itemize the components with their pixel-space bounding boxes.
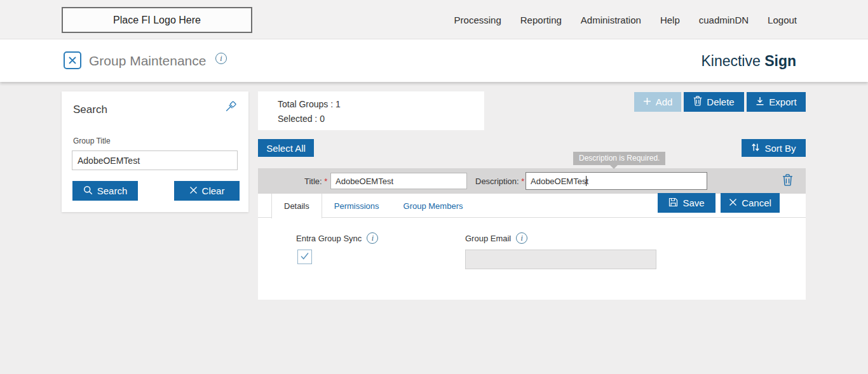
search-panel-title: Search bbox=[73, 104, 107, 116]
page: Place FI Logo Here Processing Reporting … bbox=[0, 0, 868, 374]
group-maintenance-icon bbox=[64, 51, 81, 69]
cancel-x-icon bbox=[729, 197, 737, 208]
text-caret bbox=[586, 176, 587, 186]
download-icon bbox=[756, 97, 764, 107]
group-detail-panel: Details Permissions Group Members Save C… bbox=[258, 194, 806, 300]
select-all-button[interactable]: Select All bbox=[258, 139, 314, 157]
nav-user-cuadmindn[interactable]: cuadminDN bbox=[699, 15, 749, 25]
nav-administration[interactable]: Administration bbox=[581, 15, 641, 25]
trash-icon bbox=[693, 96, 702, 108]
tab-group-members[interactable]: Group Members bbox=[391, 194, 475, 218]
plus-icon bbox=[643, 97, 651, 107]
title-input[interactable] bbox=[330, 173, 467, 189]
search-button[interactable]: Search bbox=[72, 181, 138, 201]
save-button[interactable]: Save bbox=[658, 193, 715, 213]
search-icon bbox=[83, 185, 93, 197]
add-button[interactable]: Add bbox=[634, 92, 681, 112]
nav-reporting[interactable]: Reporting bbox=[520, 15, 562, 25]
validation-tooltip: Description is Required. bbox=[573, 152, 665, 165]
description-input-wrap bbox=[526, 172, 707, 190]
fi-logo-placeholder[interactable]: Place FI Logo Here bbox=[62, 7, 252, 33]
save-button-label: Save bbox=[682, 197, 704, 208]
tab-details[interactable]: Details bbox=[271, 194, 322, 218]
group-email-info-icon[interactable]: i bbox=[516, 232, 527, 244]
save-floppy-icon bbox=[668, 197, 678, 209]
summary-box: Total Groups : 1 Selected : 0 bbox=[258, 91, 484, 130]
group-title-input[interactable] bbox=[72, 150, 238, 170]
search-panel: Search Group Title Search C bbox=[62, 91, 248, 212]
group-email-input[interactable] bbox=[465, 250, 656, 269]
entra-group-sync-label: Entra Group Sync i bbox=[296, 232, 378, 244]
nav-help[interactable]: Help bbox=[660, 15, 680, 25]
top-nav: Processing Reporting Administration Help… bbox=[454, 0, 797, 39]
sort-by-label: Sort By bbox=[764, 143, 796, 154]
nav-logout[interactable]: Logout bbox=[768, 15, 797, 25]
required-asterisk: * bbox=[324, 177, 327, 186]
clear-button[interactable]: Clear bbox=[174, 181, 240, 201]
group-row-header: Title: * Description: * bbox=[258, 168, 806, 194]
nav-processing[interactable]: Processing bbox=[454, 15, 501, 25]
page-title: Group Maintenance bbox=[89, 53, 206, 69]
group-title-label: Group Title bbox=[73, 137, 111, 145]
select-all-label: Select All bbox=[266, 143, 306, 154]
validation-tooltip-text: Description is Required. bbox=[579, 154, 660, 163]
entra-group-sync-checkbox[interactable] bbox=[297, 250, 312, 264]
pin-icon[interactable] bbox=[225, 101, 236, 115]
brand-name: Kinective bbox=[701, 53, 760, 69]
required-asterisk: * bbox=[521, 177, 524, 186]
title-label: Title: * bbox=[304, 177, 327, 186]
add-button-label: Add bbox=[656, 97, 673, 107]
group-email-label: Group Email i bbox=[465, 232, 527, 244]
fi-logo-text: Place FI Logo Here bbox=[113, 15, 201, 26]
row-delete-trash-icon[interactable] bbox=[782, 174, 793, 189]
tab-bar: Details Permissions Group Members Save C… bbox=[258, 194, 806, 218]
brand-logo: Kinective Sign bbox=[701, 53, 796, 70]
page-title-info-icon[interactable]: i bbox=[215, 53, 227, 64]
tab-permissions[interactable]: Permissions bbox=[322, 194, 391, 218]
total-groups-text: Total Groups : 1 bbox=[278, 97, 484, 112]
description-input[interactable] bbox=[526, 172, 707, 190]
entra-group-sync-info-icon[interactable]: i bbox=[367, 232, 378, 244]
toolbar: Add Delete Export bbox=[634, 92, 806, 112]
export-button-label: Export bbox=[769, 97, 796, 107]
page-header: Group Maintenance i Kinective Sign bbox=[0, 39, 868, 82]
delete-button-label: Delete bbox=[707, 97, 734, 107]
cancel-button-label: Cancel bbox=[742, 197, 771, 208]
checkmark-icon bbox=[300, 251, 309, 263]
delete-button[interactable]: Delete bbox=[684, 92, 744, 112]
brand-product: Sign bbox=[764, 53, 796, 69]
export-button[interactable]: Export bbox=[747, 92, 806, 112]
clear-x-icon bbox=[189, 185, 198, 196]
selected-count-text: Selected : 0 bbox=[278, 112, 484, 126]
search-button-label: Search bbox=[97, 185, 128, 196]
cancel-button[interactable]: Cancel bbox=[721, 193, 780, 213]
clear-button-label: Clear bbox=[202, 185, 225, 196]
sort-by-button[interactable]: Sort By bbox=[742, 139, 806, 157]
top-bar: Place FI Logo Here Processing Reporting … bbox=[0, 0, 868, 39]
sort-arrows-icon bbox=[751, 143, 760, 154]
description-label: Description: * bbox=[475, 177, 524, 186]
